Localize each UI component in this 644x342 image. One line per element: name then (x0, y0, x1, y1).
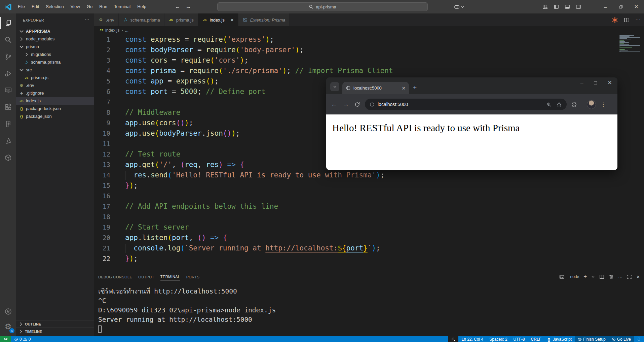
menu-selection[interactable]: Selection (42, 0, 67, 13)
profile-avatar[interactable] (587, 100, 596, 109)
tree-item-node-modules[interactable]: node_modules (16, 35, 94, 43)
extension-starburst-icon[interactable] (612, 17, 618, 23)
tree-item-package-json[interactable]: {}package.json (16, 112, 94, 120)
activity-item-figma[interactable] (0, 116, 16, 132)
site-info-icon[interactable] (370, 102, 375, 107)
problems-status[interactable]: 0 0 (11, 336, 34, 342)
status-go-live[interactable]: Go Live (609, 336, 634, 342)
tree-root[interactable]: API-PRISMA (16, 27, 94, 35)
toggle-panel-icon[interactable] (565, 4, 570, 9)
activity-item-explorer[interactable] (0, 15, 16, 31)
activity-item-cube[interactable] (0, 149, 16, 166)
outline-section[interactable]: OUTLINE (16, 320, 94, 328)
chevron-right-icon (18, 321, 24, 327)
status-search[interactable] (448, 336, 458, 342)
minimap[interactable] (619, 35, 642, 53)
tree-item--env[interactable]: ⚙.env (16, 81, 94, 89)
sidebar-more-actions[interactable]: ⋯ (85, 17, 89, 22)
browser-back-icon[interactable]: ← (331, 101, 337, 108)
close-panel-icon[interactable]: ✕ (636, 274, 640, 279)
menu-go[interactable]: Go (83, 0, 96, 13)
command-center-search[interactable]: api-prisma (217, 2, 428, 11)
tab-search-button[interactable] (330, 82, 339, 91)
menu-help[interactable]: Help (134, 0, 150, 13)
timeline-section[interactable]: TIMELINE (16, 328, 94, 335)
activity-item-run-debug[interactable] (0, 65, 16, 81)
back-arrow-icon[interactable]: ← (175, 4, 180, 10)
line-number: 4 (94, 66, 118, 76)
tab-extension-prisma[interactable]: Extension: Prisma (238, 13, 290, 26)
split-terminal-icon[interactable] (599, 274, 604, 279)
activity-item-extensions[interactable] (0, 99, 16, 115)
browser-tab[interactable]: localhost:5000 ✕ (342, 82, 409, 94)
panel-tab-terminal[interactable]: TERMINAL (160, 273, 180, 280)
status-javascript[interactable]: {}JavaScript (544, 336, 575, 342)
terminal-cursor[interactable] (98, 326, 102, 333)
tab--env[interactable]: ⚙.env (94, 13, 119, 26)
browser-maximize-icon[interactable] (594, 81, 598, 85)
activity-item-prisma[interactable] (0, 133, 16, 149)
panel-tab-ports[interactable]: PORTS (186, 274, 200, 280)
breadcrumb[interactable]: JS index.js › ... (94, 26, 644, 34)
browser-forward-icon[interactable]: → (343, 101, 349, 108)
extensions-puzzle-icon[interactable] (571, 102, 577, 107)
activity-item-source-control[interactable] (0, 48, 16, 65)
activity-item-account[interactable] (0, 304, 16, 319)
tree-item-schema-prisma[interactable]: schema.prisma (16, 58, 94, 66)
zoom-search-icon[interactable] (546, 102, 552, 107)
browser-close-icon[interactable]: ✕ (608, 79, 612, 86)
status-bell[interactable] (634, 336, 644, 342)
minimize-button[interactable]: – (598, 0, 613, 13)
menu-view[interactable]: View (67, 0, 83, 13)
tree-item--gitignore[interactable]: ◆.gitignore (16, 89, 94, 97)
browser-reload-icon[interactable] (354, 102, 360, 107)
browser-menu-icon[interactable]: ⋮ (601, 101, 606, 108)
activity-item-remote-explorer[interactable] (0, 82, 16, 98)
tree-item-index-js[interactable]: JSindex.js (16, 97, 94, 105)
toggle-secondary-sidebar-icon[interactable] (576, 4, 581, 9)
menu-run[interactable]: Run (96, 0, 111, 13)
status-utf-8[interactable]: UTF-8 (510, 336, 528, 342)
toggle-sidebar-icon[interactable] (554, 4, 559, 9)
tree-item-src[interactable]: src (16, 66, 94, 74)
activity-item-search[interactable] (0, 32, 16, 48)
tab-prisma-js[interactable]: JSprisma.js (164, 13, 198, 26)
panel-tab-debug-console[interactable]: DEBUG CONSOLE (98, 274, 132, 280)
menu-file[interactable]: File (14, 0, 28, 13)
more-actions-icon[interactable]: ··· (635, 17, 641, 23)
status-crlf[interactable]: CRLF (528, 336, 544, 342)
maximize-panel-icon[interactable] (627, 274, 632, 279)
restore-button[interactable] (613, 0, 629, 13)
tree-item-prisma-js[interactable]: JSprisma.js (16, 74, 94, 81)
kill-terminal-icon[interactable] (609, 274, 614, 279)
status-ln-22-col-4[interactable]: Ln 22, Col 4 (458, 336, 486, 342)
menu-edit[interactable]: Edit (28, 0, 42, 13)
close-tab-icon[interactable]: ✕ (230, 18, 234, 23)
activity-item-settings[interactable]: ⚙1 (0, 319, 16, 334)
panel-more-icon[interactable]: ··· (618, 274, 622, 279)
tab-index-js[interactable]: JSindex.js✕ (198, 13, 238, 26)
status-finish-setup[interactable]: Finish Setup (575, 336, 609, 342)
close-button[interactable]: ✕ (629, 0, 644, 13)
menu-terminal[interactable]: Terminal (111, 0, 134, 13)
status-spaces-2[interactable]: Spaces: 2 (486, 336, 510, 342)
bell-icon (637, 337, 641, 341)
new-terminal-icon[interactable]: + (583, 273, 587, 280)
new-tab-button[interactable]: + (413, 84, 417, 92)
panel-tab-output[interactable]: OUTPUT (138, 274, 154, 280)
terminal-output[interactable]: เซิร์ฟเวอร์ทำงานที่ http://localhost:500… (98, 287, 641, 333)
browser-minimize-icon[interactable]: – (580, 80, 583, 86)
address-bar[interactable]: localhost:5000 (365, 99, 567, 110)
tree-item-migrations[interactable]: migrations (16, 50, 94, 58)
bookmark-star-icon[interactable] (556, 102, 562, 107)
split-editor-icon[interactable] (624, 17, 630, 23)
tree-item-prisma[interactable]: prisma (16, 43, 94, 50)
remote-indicator[interactable]: >< (0, 336, 11, 342)
forward-arrow-icon[interactable]: → (186, 4, 191, 10)
close-tab-icon[interactable]: ✕ (402, 86, 406, 91)
customize-layout-icon[interactable] (542, 4, 548, 9)
terminal-dropdown-icon[interactable] (591, 275, 595, 279)
tab-schema-prisma[interactable]: schema.prisma (119, 13, 164, 26)
tree-item-package-lock-json[interactable]: {}package-lock.json (16, 105, 94, 112)
copilot-menu[interactable] (454, 0, 464, 13)
